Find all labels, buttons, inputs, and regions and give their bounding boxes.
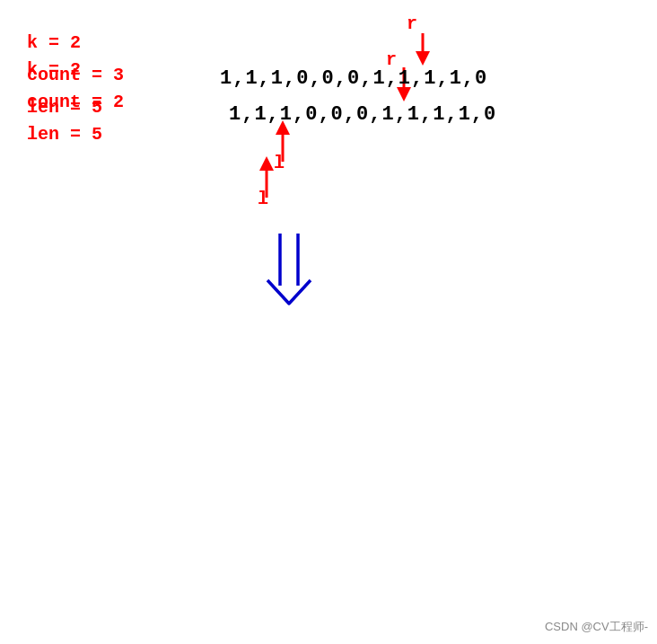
bottom-var-k: k = 2 — [27, 54, 124, 86]
bottom-var-len: len = 5 — [27, 119, 124, 151]
watermark: CSDN @CV工程师- — [545, 619, 648, 635]
l-label-bottom: l — [274, 153, 285, 173]
bottom-vars: k = 2 count = 2 len = 5 — [27, 54, 124, 151]
r-arrow-bottom — [409, 33, 436, 67]
bottom-var-count: count = 2 — [27, 86, 124, 119]
svg-marker-9 — [276, 120, 290, 135]
svg-marker-7 — [416, 51, 430, 66]
r-label-bottom: r — [407, 13, 417, 34]
l-label-top: l — [258, 189, 268, 209]
blue-transition-arrows — [260, 234, 332, 314]
bottom-array: 1,1,1,0,0,0,1,1,1,1,0 — [220, 67, 487, 90]
main-container: r 1,1,1,0,0,0,1,1,1,1,0 l k = 2 count = … — [0, 0, 657, 644]
